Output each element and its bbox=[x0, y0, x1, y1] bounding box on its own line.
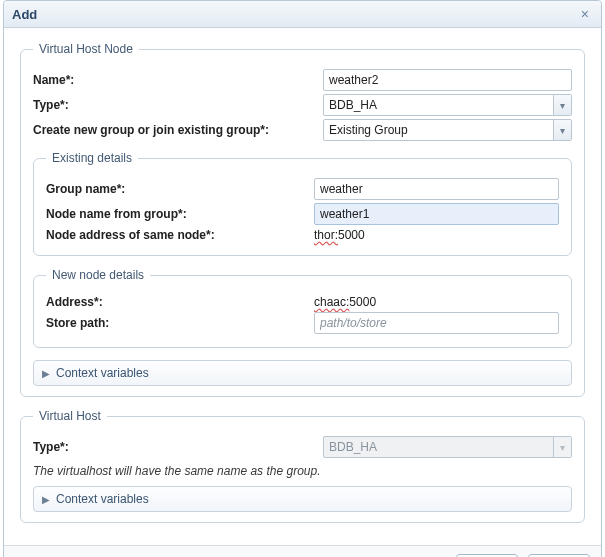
node-from-group-label: Node name from group*: bbox=[46, 207, 314, 221]
node-address-port: 5000 bbox=[338, 228, 365, 242]
address-input[interactable]: chaac:5000 bbox=[314, 295, 559, 309]
vh-note: The virtualhost will have the same name … bbox=[33, 464, 572, 478]
type-select[interactable]: BDB_HA ▾ bbox=[323, 94, 572, 116]
vh-type-select: BDB_HA ▾ bbox=[323, 436, 572, 458]
group-name-input[interactable] bbox=[314, 178, 559, 200]
dialog-titlebar: Add × bbox=[4, 1, 601, 28]
close-icon[interactable]: × bbox=[577, 6, 593, 22]
group-name-label: Group name*: bbox=[46, 182, 314, 196]
dialog-button-bar: Add Cancel bbox=[4, 545, 601, 557]
vh-context-variables-expander[interactable]: ▶ Context variables bbox=[33, 486, 572, 512]
vh-type-value: BDB_HA bbox=[329, 440, 377, 454]
node-address-input[interactable]: thor:5000 bbox=[314, 228, 559, 242]
vh-type-label: Type*: bbox=[33, 440, 323, 454]
add-dialog: Add × Virtual Host Node Name*: Type*: BD… bbox=[3, 0, 602, 557]
existing-details-legend: Existing details bbox=[46, 151, 138, 165]
type-select-value: BDB_HA bbox=[329, 98, 377, 112]
virtual-host-node-legend: Virtual Host Node bbox=[33, 42, 139, 56]
dialog-title: Add bbox=[12, 7, 37, 22]
existing-details-group: Existing details Group name*: Node name … bbox=[33, 151, 572, 256]
chevron-down-icon: ▾ bbox=[553, 437, 571, 457]
type-label: Type*: bbox=[33, 98, 323, 112]
new-node-details-group: New node details Address*: chaac:5000 St… bbox=[33, 268, 572, 348]
new-node-details-legend: New node details bbox=[46, 268, 150, 282]
name-label: Name*: bbox=[33, 73, 323, 87]
node-address-label: Node address of same node*: bbox=[46, 228, 314, 242]
virtual-host-group: Virtual Host Type*: BDB_HA ▾ The virtual… bbox=[20, 409, 585, 523]
vhn-context-variables-expander[interactable]: ▶ Context variables bbox=[33, 360, 572, 386]
triangle-right-icon: ▶ bbox=[42, 368, 50, 379]
join-mode-select[interactable]: Existing Group ▾ bbox=[323, 119, 572, 141]
virtual-host-legend: Virtual Host bbox=[33, 409, 107, 423]
chevron-down-icon: ▾ bbox=[553, 120, 571, 140]
virtual-host-node-group: Virtual Host Node Name*: Type*: BDB_HA ▾… bbox=[20, 42, 585, 397]
address-host: chaac: bbox=[314, 295, 349, 309]
join-mode-label: Create new group or join existing group*… bbox=[33, 123, 323, 137]
triangle-right-icon: ▶ bbox=[42, 494, 50, 505]
store-path-label: Store path: bbox=[46, 316, 314, 330]
name-input[interactable] bbox=[323, 69, 572, 91]
chevron-down-icon: ▾ bbox=[553, 95, 571, 115]
node-from-group-input[interactable] bbox=[314, 203, 559, 225]
join-mode-value: Existing Group bbox=[329, 123, 408, 137]
vh-context-variables-label: Context variables bbox=[56, 492, 149, 506]
vhn-context-variables-label: Context variables bbox=[56, 366, 149, 380]
node-address-host: thor: bbox=[314, 228, 338, 242]
store-path-input[interactable] bbox=[314, 312, 559, 334]
address-label: Address*: bbox=[46, 295, 314, 309]
address-port: 5000 bbox=[349, 295, 376, 309]
